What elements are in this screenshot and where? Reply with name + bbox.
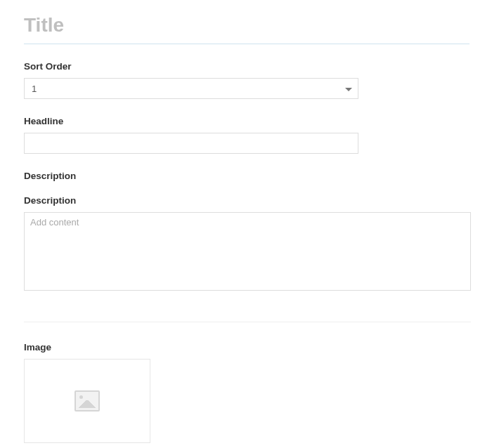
description-textarea[interactable] <box>24 212 471 291</box>
sort-order-label: Sort Order <box>24 61 470 72</box>
image-field: Image + <box>24 342 470 448</box>
headline-label: Headline <box>24 116 470 126</box>
section-divider <box>24 322 471 322</box>
headline-field: Headline <box>24 116 470 154</box>
description-heading: Description <box>24 171 470 181</box>
description-label: Description <box>24 195 470 206</box>
sort-order-select[interactable]: 1 <box>24 78 358 99</box>
description-field: Description <box>24 195 470 294</box>
image-placeholder-icon <box>75 390 100 411</box>
image-upload-dropzone[interactable] <box>24 359 150 443</box>
headline-input[interactable] <box>24 133 358 154</box>
image-label: Image <box>24 342 470 353</box>
title-input[interactable] <box>24 11 470 44</box>
sort-order-select-wrap: 1 <box>24 78 358 99</box>
sort-order-field: Sort Order 1 <box>24 61 470 99</box>
